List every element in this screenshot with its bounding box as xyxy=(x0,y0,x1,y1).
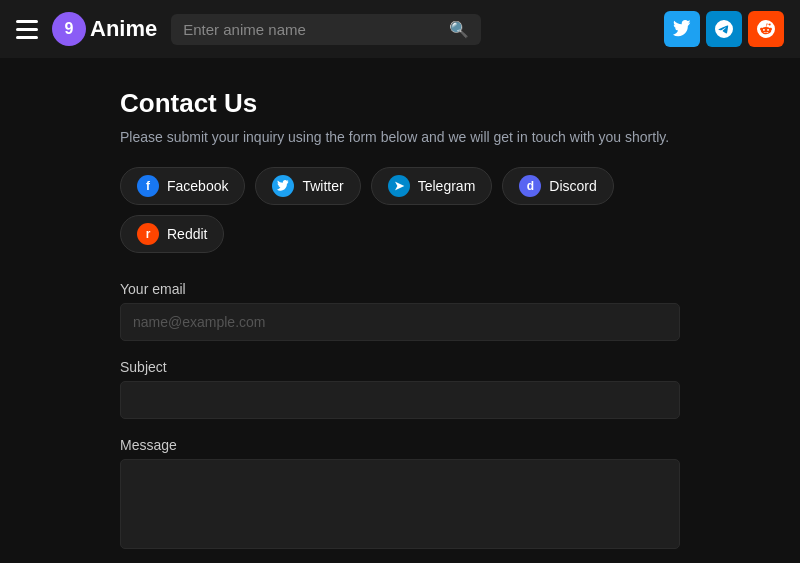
reddit-icon: r xyxy=(137,223,159,245)
page-subtitle: Please submit your inquiry using the for… xyxy=(120,129,680,145)
logo-circle: 9 xyxy=(52,12,86,46)
message-field-group: Message xyxy=(120,437,680,553)
hamburger-menu[interactable] xyxy=(16,20,38,39)
page-title: Contact Us xyxy=(120,88,680,119)
header-twitter-button[interactable] xyxy=(664,11,700,47)
subject-input[interactable] xyxy=(120,381,680,419)
email-label: Your email xyxy=(120,281,680,297)
subject-field-group: Subject xyxy=(120,359,680,419)
message-textarea[interactable] xyxy=(120,459,680,549)
logo[interactable]: 9 Anime xyxy=(52,12,157,46)
twitter-link[interactable]: Twitter xyxy=(255,167,360,205)
discord-link[interactable]: d Discord xyxy=(502,167,613,205)
search-button[interactable]: 🔍 xyxy=(449,20,469,39)
header-reddit-button[interactable] xyxy=(748,11,784,47)
facebook-icon: f xyxy=(137,175,159,197)
site-header: 9 Anime 🔍 xyxy=(0,0,800,58)
email-input[interactable] xyxy=(120,303,680,341)
logo-text: Anime xyxy=(90,16,157,42)
header-social-icons xyxy=(664,11,784,47)
twitter-label: Twitter xyxy=(302,178,343,194)
search-input[interactable] xyxy=(183,21,445,38)
twitter-icon xyxy=(272,175,294,197)
social-links-row: f Facebook Twitter ➤ Telegram d Discord … xyxy=(120,167,680,253)
facebook-label: Facebook xyxy=(167,178,228,194)
email-field-group: Your email xyxy=(120,281,680,341)
facebook-link[interactable]: f Facebook xyxy=(120,167,245,205)
search-bar: 🔍 xyxy=(171,14,481,45)
subject-label: Subject xyxy=(120,359,680,375)
telegram-icon: ➤ xyxy=(388,175,410,197)
discord-label: Discord xyxy=(549,178,596,194)
reddit-link[interactable]: r Reddit xyxy=(120,215,224,253)
reddit-label: Reddit xyxy=(167,226,207,242)
discord-icon: d xyxy=(519,175,541,197)
telegram-link[interactable]: ➤ Telegram xyxy=(371,167,493,205)
main-content: Contact Us Please submit your inquiry us… xyxy=(0,58,800,563)
header-telegram-button[interactable] xyxy=(706,11,742,47)
message-label: Message xyxy=(120,437,680,453)
telegram-label: Telegram xyxy=(418,178,476,194)
